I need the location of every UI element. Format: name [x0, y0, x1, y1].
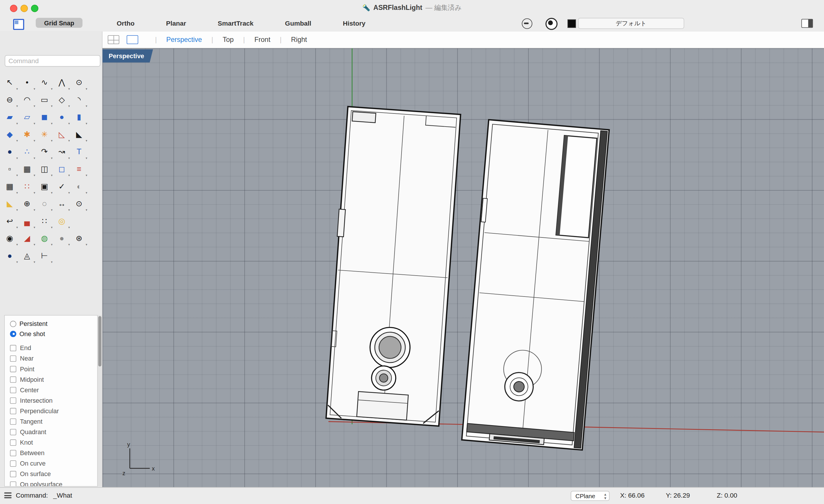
tool-select-pointer-icon[interactable]: ↖ — [1, 74, 19, 91]
checkbox-icon[interactable] — [10, 377, 16, 383]
toolbar-item-history[interactable]: History — [343, 20, 366, 27]
tool-zoom-selected-icon[interactable]: ◌ — [36, 195, 53, 212]
panel-square-icon[interactable] — [13, 19, 24, 30]
osnap-scrollbar[interactable] — [98, 315, 102, 487]
toolbar-item-ortho[interactable]: Ortho — [117, 20, 134, 27]
tool-move-icon[interactable]: ▫ — [1, 160, 19, 177]
tool-array-dots-icon[interactable]: ∷ — [18, 177, 36, 195]
tool-wedge-points-icon[interactable]: ◬ — [18, 247, 36, 264]
tool-rectangle-icon[interactable]: ▭ — [36, 91, 53, 108]
scrollbar-thumb[interactable] — [98, 316, 101, 366]
checkbox-icon[interactable] — [10, 429, 16, 435]
tool-rebuild-curve-icon[interactable]: ↷ — [36, 143, 53, 160]
checkbox-icon[interactable] — [10, 481, 16, 487]
toolbar-item-smarttrack[interactable]: SmartTrack — [218, 20, 253, 27]
osnap-radio-persistent[interactable]: Persistent — [10, 319, 97, 329]
perspective-viewport[interactable]: y x z Perspective — [102, 48, 824, 487]
tool-explode-icon[interactable]: ✳ — [36, 125, 53, 143]
cplane-dropdown[interactable]: CPlane ▲▼ — [571, 491, 610, 501]
active-layer-field[interactable]: デフォルト — [578, 18, 684, 29]
right-panel-toggle-icon[interactable] — [801, 19, 813, 28]
tool-arc-icon[interactable]: ◠ — [18, 91, 36, 108]
checkbox-icon[interactable] — [10, 397, 16, 404]
tool-curve-interpolate-icon[interactable]: ∿ — [36, 74, 53, 91]
tool-array-icon[interactable]: ▦ — [18, 160, 36, 177]
tool-lightbulb-icon[interactable]: ◎ — [53, 212, 71, 230]
tool-render-wedge-icon[interactable]: ◢ — [18, 229, 36, 247]
tool-boolean-sphere-icon[interactable]: ● — [1, 143, 19, 160]
checkbox-icon[interactable] — [10, 418, 16, 425]
tool-sphere-icon[interactable]: ● — [53, 108, 71, 126]
checkbox-icon[interactable] — [10, 439, 16, 446]
tool-shaded-sphere-icon[interactable]: ◐ — [71, 177, 88, 195]
checkbox-icon[interactable] — [10, 471, 16, 477]
tool-solid-cube-icon[interactable]: ◻ — [53, 160, 71, 177]
tool-polyline-icon[interactable]: ⋀ — [53, 74, 71, 91]
checkbox-icon[interactable] — [10, 387, 16, 393]
tool-color-wheel-icon[interactable]: ◍ — [36, 229, 53, 247]
osnap-option-knot[interactable]: Knot — [10, 437, 97, 448]
osnap-option-point[interactable]: Point — [10, 364, 97, 374]
tool-point-grid-icon[interactable]: ∷ — [36, 212, 53, 230]
osnap-option-near[interactable]: Near — [10, 353, 97, 364]
tool-polygon-icon[interactable]: ◇ — [53, 91, 71, 108]
stepper-arrows-icon[interactable]: ▲▼ — [604, 492, 607, 500]
tool-text-icon[interactable]: T — [71, 143, 88, 160]
tool-zoom-in-icon[interactable]: ⊕ — [18, 195, 36, 212]
tool-cylinder-icon[interactable]: ▮ — [71, 108, 88, 126]
tool-plugin-puzzle-icon[interactable]: ✱ — [18, 125, 36, 143]
osnap-option-on-curve[interactable]: On curve — [10, 458, 97, 469]
tool-zoom-lens-icon[interactable]: ⊙ — [71, 195, 88, 212]
radio-icon[interactable] — [10, 331, 16, 337]
tool-navy-sphere-icon[interactable]: ● — [1, 247, 19, 264]
tool-wedge-icon[interactable]: ◣ — [1, 195, 19, 212]
command-input[interactable] — [5, 55, 100, 67]
viewport-tab-perspective[interactable]: Perspective — [166, 36, 202, 44]
checkbox-icon[interactable] — [10, 460, 16, 467]
tool-dimension-icon[interactable]: ⊢ — [36, 247, 53, 264]
osnap-option-perpendicular[interactable]: Perpendicular — [10, 406, 97, 416]
key-circle-icon[interactable] — [522, 18, 532, 29]
tool-circle-center-icon[interactable]: ⊙ — [71, 74, 88, 91]
tool-fillet-edge-icon[interactable]: ◺ — [53, 125, 71, 143]
tool-grid-array-icon[interactable]: ▦ — [1, 177, 19, 195]
osnap-option-tangent[interactable]: Tangent — [10, 416, 97, 427]
tool-point-icon[interactable]: • — [18, 74, 36, 91]
tool-chamfer-icon[interactable]: ◣ — [71, 125, 88, 143]
checkbox-icon[interactable] — [10, 345, 16, 351]
tool-lock-icon[interactable]: ◉ — [1, 229, 19, 247]
tool-wire-sphere-icon[interactable]: ⊛ — [71, 229, 88, 247]
osnap-option-center[interactable]: Center — [10, 385, 97, 395]
viewport-tab-front[interactable]: Front — [254, 36, 271, 44]
active-layer-color-swatch[interactable] — [568, 19, 576, 28]
tool-zoom-extents-icon[interactable]: ↔ — [53, 195, 71, 212]
flashlight-model-right[interactable] — [462, 120, 609, 450]
toolbar-item-planar[interactable]: Planar — [166, 20, 186, 27]
tool-check-icon[interactable]: ✓ — [53, 177, 71, 195]
tool-clipboard-icon[interactable]: ▣ — [36, 177, 53, 195]
osnap-option-on-polysurface[interactable]: On polysurface — [10, 479, 97, 487]
radio-icon[interactable] — [10, 321, 16, 327]
tool-point-cloud-icon[interactable]: ∴ — [18, 143, 36, 160]
tool-extend-curve-icon[interactable]: ↝ — [53, 143, 71, 160]
viewport-tab-top[interactable]: Top — [223, 36, 234, 44]
flashlight-model-left[interactable] — [324, 107, 460, 426]
tool-undo-view-icon[interactable]: ↩ — [1, 212, 19, 230]
four-viewport-icon[interactable] — [108, 35, 119, 44]
tool-corner-conic-icon[interactable]: ◝ — [71, 91, 88, 108]
tool-ellipse-icon[interactable]: ⊖ — [1, 91, 19, 108]
toolbar-item-gumball[interactable]: Gumball — [285, 20, 311, 27]
single-viewport-icon[interactable] — [127, 35, 138, 44]
grid-snap-button[interactable]: Grid Snap — [36, 18, 83, 28]
osnap-option-end[interactable]: End — [10, 343, 97, 353]
viewport-tab-right[interactable]: Right — [291, 36, 307, 44]
viewport-title-badge[interactable]: Perspective — [102, 49, 153, 62]
tool-surface-3pt-icon[interactable]: ▰ — [1, 108, 19, 126]
osnap-radio-one-shot[interactable]: One shot — [10, 329, 97, 339]
osnap-option-between[interactable]: Between — [10, 448, 97, 458]
checkbox-icon[interactable] — [10, 366, 16, 372]
tool-surface-from-curves-icon[interactable]: ▱ — [18, 108, 36, 126]
tool-mirror-icon[interactable]: ◫ — [36, 160, 53, 177]
tool-gray-sphere-icon[interactable]: ● — [53, 229, 71, 247]
tool-distribute-icon[interactable]: ≡ — [71, 160, 88, 177]
